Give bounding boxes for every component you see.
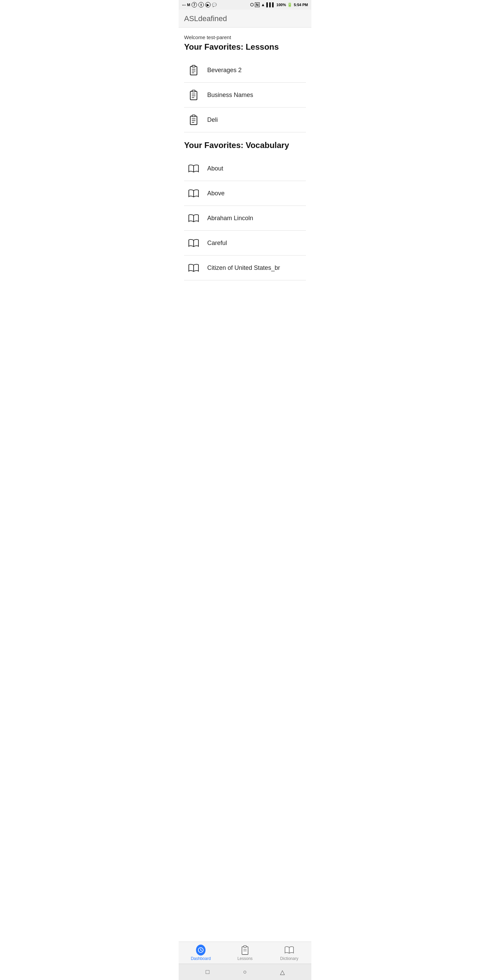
vocab-item-label: Abraham Lincoln [207, 215, 253, 222]
status-right-icons: ⬡ N ▲ ▌▌▌ 100% 🔋 5:54 PM [250, 2, 308, 7]
book-icon [187, 211, 200, 225]
battery-text: 100% [276, 3, 286, 7]
vocab-section: Your Favorites: Vocabulary About [184, 140, 306, 280]
list-item[interactable]: Citizen of United States_br [184, 256, 306, 280]
vocab-section-title: Your Favorites: Vocabulary [184, 140, 306, 150]
vocab-item-label: Above [207, 190, 224, 197]
svg-rect-0 [190, 66, 197, 75]
vocab-item-label: Citizen of United States_br [207, 264, 280, 272]
status-left-icons: ··· M 7 t ▶ 💬 [182, 2, 217, 8]
svg-rect-5 [190, 91, 197, 100]
vocab-list: About Above Abraham Linc [184, 156, 306, 280]
list-item[interactable]: About [184, 156, 306, 181]
gmail-icon: M [187, 3, 190, 7]
lessons-list: Beverages 2 Business Names [184, 58, 306, 132]
svg-rect-11 [192, 115, 195, 117]
lesson-item-label: Business Names [207, 92, 253, 99]
book-icon [187, 261, 200, 275]
lesson-item-label: Deli [207, 116, 218, 124]
list-item[interactable]: Careful [184, 231, 306, 256]
book-icon [187, 236, 200, 250]
bluetooth-icon: ⬡ [250, 2, 253, 7]
vocab-item-label: Careful [207, 240, 227, 247]
clipboard-icon [187, 88, 200, 102]
main-content: Welcome test-parent Your Favorites: Less… [179, 27, 311, 325]
list-item[interactable]: Abraham Lincoln [184, 206, 306, 231]
play-icon: ▶ [205, 2, 211, 8]
lessons-section: Your Favorites: Lessons Beverages 2 [184, 42, 306, 132]
book-icon [187, 162, 200, 175]
app-header: ASLdeafined [179, 10, 311, 27]
list-item[interactable]: Above [184, 181, 306, 206]
vocab-item-label: About [207, 165, 223, 172]
app-title: ASLdeafined [184, 14, 227, 23]
status-dots-icon: ··· [182, 2, 186, 8]
clipboard-icon [187, 113, 200, 127]
book-icon [187, 186, 200, 200]
nfc-icon: N [255, 2, 259, 7]
list-item[interactable]: Deli [184, 108, 306, 132]
lessons-section-title: Your Favorites: Lessons [184, 42, 306, 52]
chat-icon: 💬 [212, 3, 217, 7]
seven-icon: 7 [192, 2, 197, 8]
tumblr-icon: t [198, 2, 204, 8]
welcome-text: Welcome test-parent [184, 34, 306, 40]
list-item[interactable]: Business Names [184, 83, 306, 108]
status-bar: ··· M 7 t ▶ 💬 ⬡ N ▲ ▌▌▌ 100% 🔋 5:54 PM [179, 0, 311, 10]
signal-icon: ▌▌▌ [266, 2, 275, 7]
wifi-icon: ▲ [261, 2, 265, 7]
time-display: 5:54 PM [294, 3, 308, 7]
lesson-item-label: Beverages 2 [207, 67, 242, 74]
svg-rect-6 [192, 90, 195, 92]
svg-rect-1 [192, 65, 195, 67]
clipboard-icon [187, 63, 200, 77]
list-item[interactable]: Beverages 2 [184, 58, 306, 83]
svg-rect-10 [190, 116, 197, 124]
battery-icon: 🔋 [287, 2, 292, 7]
